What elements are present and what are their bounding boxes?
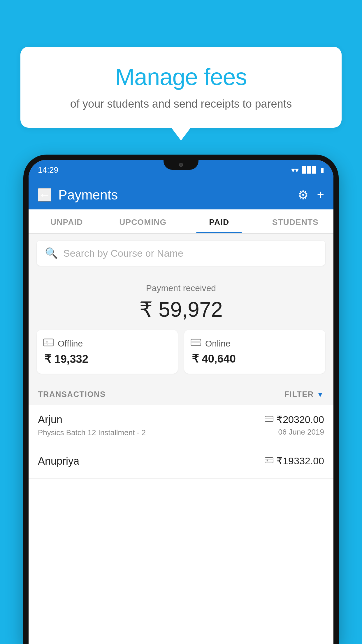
filter-icon: ▼ <box>317 391 324 399</box>
tx-right-anupriya: ₹ ₹19332.00 <box>265 455 324 467</box>
tab-students[interactable]: STUDENTS <box>257 209 334 233</box>
phone-screen: 14:29 ▾▾ ▊▊▊ ▮ ← Payments ⚙ + <box>29 160 333 644</box>
svg-rect-0 <box>43 339 53 346</box>
wifi-icon: ▾▾ <box>291 166 299 175</box>
table-row[interactable]: Anupriya ₹ ₹ <box>29 446 333 479</box>
notch-cutout <box>164 160 198 170</box>
online-amount: ₹ 40,640 <box>191 352 236 365</box>
settings-button[interactable]: ⚙ <box>298 188 309 202</box>
transactions-header: TRANSACTIONS FILTER ▼ <box>29 382 333 405</box>
signal-icon: ▊▊▊ <box>302 166 317 174</box>
transactions-list: Arjun Physics Batch 12 Installment - 2 <box>29 405 333 479</box>
offline-icon: ₹ <box>43 338 54 349</box>
battery-icon: ▮ <box>321 166 324 174</box>
payment-summary: Payment received ₹ 59,972 ₹ <box>29 273 333 382</box>
tx-amount-value: ₹19332.00 <box>276 455 324 467</box>
status-bar: 14:29 ▾▾ ▊▊▊ ▮ <box>29 160 333 180</box>
tx-amount-value: ₹20320.00 <box>276 414 324 425</box>
phone-frame: 14:29 ▾▾ ▊▊▊ ▮ ← Payments ⚙ + <box>23 155 339 644</box>
online-payment-icon <box>265 415 273 424</box>
tab-paid[interactable]: PAID <box>181 209 257 233</box>
bubble-title: Manage fees <box>35 64 327 90</box>
tab-unpaid[interactable]: UNPAID <box>29 209 105 233</box>
search-container: 🔍 Search by Course or Name <box>29 234 333 273</box>
filter-button[interactable]: FILTER ▼ <box>284 390 324 399</box>
search-icon: 🔍 <box>45 247 58 259</box>
offline-payment-icon: ₹ <box>265 456 273 466</box>
camera <box>179 163 183 167</box>
header-icons: ⚙ + <box>298 188 324 202</box>
back-button[interactable]: ← <box>38 188 51 202</box>
tx-desc: Physics Batch 12 Installment - 2 <box>38 428 146 437</box>
svg-rect-5 <box>191 341 201 343</box>
payment-received-label: Payment received <box>37 283 325 293</box>
offline-amount: ₹ 19,332 <box>43 353 88 365</box>
offline-card: ₹ Offline ₹ 19,332 <box>37 330 178 374</box>
online-card: Online ₹ 40,640 <box>184 330 325 374</box>
tx-right-arjun: ₹20320.00 06 June 2019 <box>265 414 324 437</box>
payment-cards: ₹ Offline ₹ 19,332 <box>37 330 325 374</box>
tab-upcoming[interactable]: UPCOMING <box>105 209 181 233</box>
tx-amount-row: ₹20320.00 <box>265 414 324 425</box>
filter-label: FILTER <box>284 390 314 399</box>
tx-left-arjun: Arjun Physics Batch 12 Installment - 2 <box>38 414 146 437</box>
tx-date: 06 June 2019 <box>278 428 324 437</box>
tabs-bar: UNPAID UPCOMING PAID STUDENTS <box>29 209 333 234</box>
page-title: Payments <box>58 187 291 203</box>
bubble-subtitle: of your students and send receipts to pa… <box>35 96 327 112</box>
tx-left-anupriya: Anupriya <box>38 455 79 470</box>
search-placeholder: Search by Course or Name <box>63 248 183 259</box>
tx-name: Arjun <box>38 414 146 426</box>
svg-rect-7 <box>265 418 273 419</box>
offline-label: Offline <box>58 339 83 349</box>
app-header: ← Payments ⚙ + <box>29 180 333 209</box>
search-box[interactable]: 🔍 Search by Course or Name <box>37 241 325 266</box>
online-icon <box>191 338 201 349</box>
status-icons: ▾▾ ▊▊▊ ▮ <box>291 166 324 175</box>
table-row[interactable]: Arjun Physics Batch 12 Installment - 2 <box>29 405 333 446</box>
online-card-header: Online <box>191 338 231 349</box>
tx-amount-row: ₹ ₹19332.00 <box>265 455 324 467</box>
svg-text:₹: ₹ <box>45 341 48 345</box>
add-button[interactable]: + <box>317 188 324 202</box>
status-time: 14:29 <box>38 165 58 175</box>
offline-card-header: ₹ Offline <box>43 338 83 349</box>
online-label: Online <box>205 339 231 349</box>
info-bubble-card: Manage fees of your students and send re… <box>20 47 342 128</box>
transactions-label: TRANSACTIONS <box>38 390 106 399</box>
payment-total-amount: ₹ 59,972 <box>37 297 325 322</box>
tx-name: Anupriya <box>38 455 79 467</box>
